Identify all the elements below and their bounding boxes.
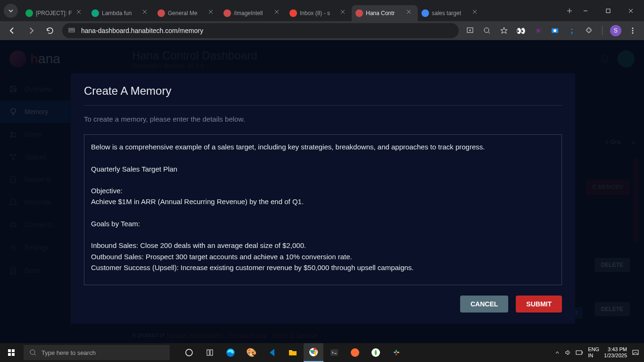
taskbar-app-icon[interactable] <box>200 343 220 362</box>
window-minimize[interactable] <box>576 4 595 18</box>
svg-rect-43 <box>396 353 397 355</box>
svg-rect-34 <box>289 351 297 355</box>
svg-rect-2 <box>72 28 74 30</box>
tray-time[interactable]: 3:43 PM <box>604 346 627 353</box>
cancel-button[interactable]: CANCEL <box>460 296 508 313</box>
tab-close-icon[interactable] <box>472 9 480 17</box>
tab-favicon-icon <box>91 9 99 17</box>
svg-point-38 <box>351 348 359 357</box>
tab-title: sales target <box>432 10 470 16</box>
new-tab-button[interactable] <box>563 4 576 17</box>
window-close[interactable] <box>621 4 640 18</box>
tab-favicon-icon <box>289 9 297 17</box>
extension-googly-icon[interactable]: 👀 <box>515 25 527 36</box>
tab-title: Inbox (8) - s <box>300 10 338 16</box>
explorer-icon[interactable] <box>283 343 303 362</box>
chrome-icon[interactable] <box>304 343 323 362</box>
create-memory-modal: Create A Memory To create a memory, plea… <box>71 73 575 324</box>
svg-rect-41 <box>397 352 399 353</box>
tab-close-icon[interactable] <box>274 9 282 17</box>
forward-button[interactable] <box>25 24 38 37</box>
browser-tab[interactable]: General Me <box>154 5 220 21</box>
svg-point-9 <box>632 30 634 32</box>
zoom-icon[interactable] <box>481 25 493 36</box>
modal-title: Create A Memory <box>84 84 562 98</box>
tab-favicon-icon <box>421 9 429 17</box>
browser-tab[interactable]: Inbox (8) - s <box>286 5 352 21</box>
svg-point-30 <box>186 349 192 356</box>
tab-close-icon[interactable] <box>340 9 348 17</box>
search-placeholder: Type here to search <box>41 349 96 356</box>
svg-point-5 <box>484 28 489 33</box>
reload-button[interactable] <box>43 24 57 37</box>
vscode-icon[interactable] <box>262 343 282 362</box>
taskbar-search[interactable]: Type here to search <box>24 345 170 360</box>
edge-icon[interactable] <box>221 343 240 362</box>
svg-rect-28 <box>12 353 15 356</box>
extension-snowflake-icon[interactable]: ✳ <box>532 25 544 36</box>
tab-favicon-icon <box>25 9 33 17</box>
tab-close-icon[interactable] <box>208 9 216 17</box>
address-bar[interactable]: hana-dashboard.hanabitech.com/memory <box>62 23 459 38</box>
browser-toolbar: hana-dashboard.hanabitech.com/memory 👀 ✳… <box>0 21 644 40</box>
browser-tab[interactable]: Lambda fun <box>88 5 154 21</box>
svg-rect-37 <box>330 349 338 356</box>
modal-subtitle: To create a memory, please enter the det… <box>84 115 562 123</box>
postman-icon[interactable] <box>345 343 365 362</box>
url-text: hana-dashboard.hanabitech.com/memory <box>81 27 203 34</box>
extensions-menu-icon[interactable] <box>583 25 594 36</box>
tab-search-button[interactable] <box>4 4 18 18</box>
svg-rect-42 <box>396 350 397 352</box>
slack-icon[interactable] <box>387 343 406 362</box>
svg-point-10 <box>632 33 634 34</box>
svg-rect-32 <box>210 350 213 355</box>
browser-tab[interactable]: sales target <box>418 5 484 21</box>
tray-chevron-icon[interactable] <box>555 350 560 355</box>
svg-point-7 <box>553 29 556 32</box>
install-app-icon[interactable] <box>464 25 476 36</box>
tab-close-icon[interactable] <box>142 9 150 17</box>
tab-title: Hana Contr <box>366 10 404 16</box>
tray-notifications-icon[interactable] <box>632 349 639 356</box>
svg-rect-25 <box>8 349 11 352</box>
svg-rect-45 <box>582 352 583 354</box>
divider <box>84 105 562 106</box>
extension-j-icon[interactable]: ; <box>566 25 578 36</box>
tray-volume-icon[interactable] <box>564 349 571 356</box>
back-button[interactable] <box>6 24 19 37</box>
svg-rect-3 <box>69 31 74 32</box>
tab-close-icon[interactable] <box>406 9 414 17</box>
svg-point-29 <box>30 350 35 354</box>
tab-close-icon[interactable] <box>76 9 84 17</box>
tray-region: IN <box>588 353 599 359</box>
terminal-icon[interactable] <box>324 343 344 362</box>
tab-favicon-icon <box>223 9 231 17</box>
tray-battery-icon[interactable] <box>576 350 583 355</box>
tab-title: Lambda fun <box>102 10 140 16</box>
window-maximize[interactable] <box>599 4 618 18</box>
svg-rect-40 <box>394 352 396 353</box>
tab-favicon-icon <box>157 9 165 17</box>
extension-recorder-icon[interactable] <box>549 25 561 36</box>
tab-favicon-icon <box>355 9 363 17</box>
svg-rect-0 <box>606 9 610 13</box>
chrome-menu-icon[interactable] <box>627 25 638 36</box>
browser-tab[interactable]: [PROJECT]: F <box>22 5 88 21</box>
svg-rect-26 <box>12 349 15 352</box>
browser-tab[interactable]: /imageIntell <box>220 5 286 21</box>
paint-icon[interactable]: 🎨 <box>241 343 261 362</box>
bookmark-icon[interactable] <box>498 25 510 36</box>
tray-lang[interactable]: ENG <box>588 346 599 353</box>
svg-rect-44 <box>576 351 582 354</box>
task-view-icon[interactable] <box>179 343 199 362</box>
mongodb-icon[interactable] <box>366 343 386 362</box>
memory-content-textarea[interactable] <box>84 134 562 285</box>
windows-taskbar: Type here to search 🎨 ENG IN 3:43 PM 1/2… <box>0 343 644 362</box>
browser-tab[interactable]: Hana Contr <box>352 5 418 21</box>
search-icon <box>29 349 37 356</box>
start-button[interactable] <box>0 343 23 362</box>
profile-avatar[interactable]: S <box>610 25 621 36</box>
site-info-icon[interactable] <box>68 26 76 35</box>
tab-title: [PROJECT]: F <box>36 10 74 16</box>
submit-button[interactable]: SUBMIT <box>516 296 562 313</box>
